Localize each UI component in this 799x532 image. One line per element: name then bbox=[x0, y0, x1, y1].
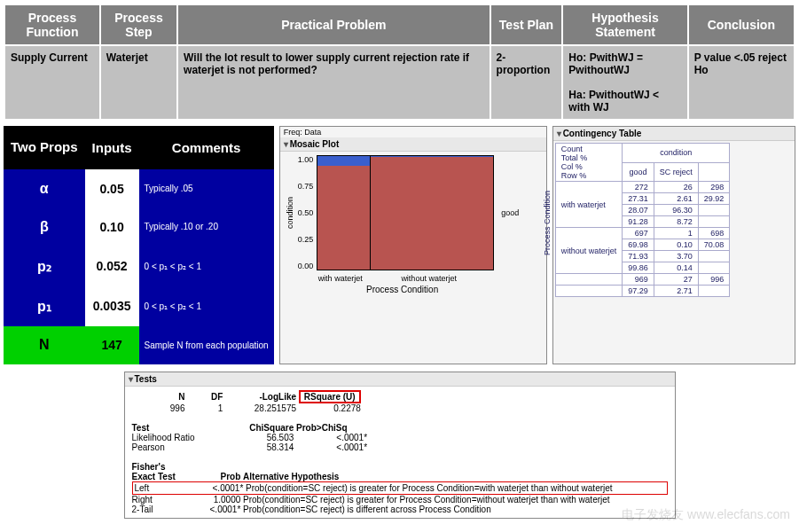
col-conclusion: Conclusion bbox=[688, 4, 795, 45]
mosaic-legend: good bbox=[497, 155, 519, 270]
tests-panel: Tests N DF -LogLike RSquare (U) 996 1 28… bbox=[124, 372, 676, 519]
x-axis-label: Process Condition bbox=[314, 285, 491, 294]
chisq-tests: Test ChiSquare Prob>ChiSq Likelihood Rat… bbox=[132, 423, 668, 452]
row-beta: β 0.10 Typically .10 or .20 bbox=[4, 207, 274, 246]
tests-summary: N DF -LogLike RSquare (U) 996 1 28.25157… bbox=[132, 390, 668, 413]
y-axis-ticks: 1.00 0.75 0.50 0.25 0.00 bbox=[298, 155, 314, 270]
inputs-header: Inputs bbox=[85, 126, 139, 169]
cell-practical-problem: Will the lot result to lower supply curr… bbox=[177, 45, 490, 120]
col-process-function: Process Function bbox=[4, 4, 100, 45]
row-p1: p₁ 0.0035 0 < p₁ < p₂ < 1 bbox=[4, 286, 274, 326]
fisher-tests: Fisher's Exact Test Prob Alternative Hyp… bbox=[132, 462, 668, 514]
cell-process-function: Supply Current bbox=[4, 45, 100, 120]
row-without-waterjet: without waterjet 6971698 bbox=[555, 228, 730, 239]
col-process-step: Process Step bbox=[100, 4, 177, 45]
fisher-left-highlight: Left <.0001* Prob(condition=SC reject) i… bbox=[132, 481, 668, 495]
two-props-title: Two Props bbox=[4, 126, 85, 169]
cell-process-step: Waterjet bbox=[100, 45, 177, 120]
row-totals: 96927996 bbox=[555, 274, 730, 286]
row-alpha: α 0.05 Typically .05 bbox=[4, 169, 274, 207]
col-hypothesis: Hypothesis Statement bbox=[562, 4, 687, 45]
table-row: Supply Current Waterjet Will the lot res… bbox=[4, 45, 795, 120]
contingency-title[interactable]: Contingency Table bbox=[553, 127, 795, 141]
watermark: 电子发烧友 www.elecfans.com bbox=[622, 507, 790, 522]
disclosure-icon[interactable] bbox=[129, 374, 135, 384]
row-with-waterjet: with waterjet 27226298 bbox=[555, 182, 730, 193]
contingency-panel: Contingency Table Count Total % Col % Ro… bbox=[552, 126, 795, 364]
mosaic-title[interactable]: Mosaic Plot bbox=[280, 137, 546, 152]
col-practical-problem: Practical Problem bbox=[177, 4, 490, 45]
proc-cond-axis: Process Condition bbox=[543, 191, 552, 255]
rsquare-highlight: RSquare (U) bbox=[299, 390, 361, 403]
row-n: N 147 Sample N from each population bbox=[4, 326, 274, 364]
mosaic-panel: Freq: Data Mosaic Plot condition 1.00 0.… bbox=[279, 126, 547, 364]
freq-label: Freq: Data bbox=[280, 127, 546, 137]
row-p2: p₂ 0.052 0 < p₁ < p₂ < 1 bbox=[4, 246, 274, 286]
cell-conclusion: P value <.05 reject Ho bbox=[688, 45, 795, 120]
cell-hypothesis: Ho: PwithWJ = PwithoutWJ Ha: PwithoutWJ … bbox=[562, 45, 687, 120]
disclosure-icon[interactable] bbox=[557, 129, 563, 138]
y-axis-label: condition bbox=[286, 197, 294, 229]
process-summary-table: Process Function Process Step Practical … bbox=[4, 4, 795, 121]
x-category-labels: with waterjet without waterjet bbox=[314, 274, 491, 283]
tests-title[interactable]: Tests bbox=[125, 372, 675, 387]
col-test-plan: Test Plan bbox=[490, 4, 563, 45]
comments-header: Comments bbox=[139, 126, 274, 169]
two-props-table: Two Props Inputs Comments α 0.05 Typical… bbox=[4, 126, 274, 364]
cell-test-plan: 2-proportion bbox=[490, 45, 563, 120]
disclosure-icon[interactable] bbox=[284, 139, 290, 149]
contingency-table: Count Total % Col % Row % condition good… bbox=[555, 143, 731, 297]
mosaic-chart bbox=[317, 155, 494, 270]
